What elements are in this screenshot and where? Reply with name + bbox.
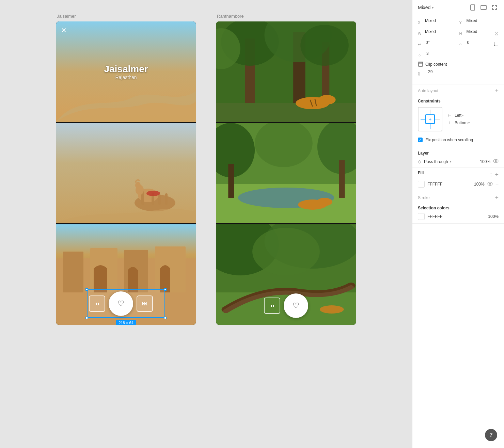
help-button[interactable]: ? [485,429,497,441]
fill-opacity[interactable]: 100% [474,182,485,187]
x-input[interactable]: Mixed [423,18,457,27]
opacity-input[interactable]: 100% [474,159,490,164]
panel-header: Mixed ▾ [412,0,504,15]
y-cell: Y Mixed [459,18,499,27]
jaisalmer-title: Jaisalmer [104,64,148,75]
svg-point-46 [320,305,344,314]
constraints-label: Constraints [418,99,499,103]
constraint-box: + [418,107,442,131]
ranthambore-card[interactable]: ✕ Ranthambore Rajasthan [216,21,356,325]
constraints-widget: + ⊢ Left ▾ ⊥ Bottom ▾ [418,107,499,131]
blend-mode-select[interactable]: Pass through ▾ [424,159,471,164]
eye-icon[interactable] [493,159,499,164]
rotate-input[interactable]: 0° [424,40,457,49]
clip-content-label: Clip content [425,62,447,67]
jaisalmer-bottom-section: ⏮ ♡ ⏭ 218 × 64 [56,224,196,325]
constraint-top-handle [430,110,430,114]
svg-rect-10 [63,252,83,292]
ranthambore-top-section: ✕ Ranthambore Rajasthan [216,21,356,122]
v-constraint-icon: ⊥ [448,121,451,125]
selection-colors-header: Selection colors [418,206,499,210]
selection-color-hex[interactable]: FFFFFF [427,214,485,219]
handle-tr[interactable] [164,288,167,291]
svg-point-28 [318,95,336,105]
selection-colors-section: Selection colors FFFFFF 100% [412,203,504,224]
corner-mode-icon[interactable] [493,42,499,47]
fix-scroll-row: ✓ Fix position when scrolling [418,135,499,144]
collapse-icon[interactable] [490,3,499,12]
v-constraint-select[interactable]: Bottom ▾ [455,121,470,125]
auto-layout-label: Auto layout [418,89,438,93]
jaisalmer-controls-wrapper: ⏮ ♡ ⏭ 218 × 64 [87,289,165,318]
w-input[interactable]: Mixed [423,29,457,38]
wh-row: W Mixed H Mixed ⧖ [418,29,499,38]
constraints-section: Constraints + ⊢ Left [412,96,504,148]
fill-minus-btn[interactable]: − [495,181,499,187]
ranthambore-heart-button[interactable]: ♡ [284,293,308,318]
svg-rect-48 [481,5,486,10]
ranthambore-controls[interactable]: ⏮ ♡ [264,293,308,318]
xy-row: X Mixed Y Mixed [418,18,499,27]
count-row: ⁘ 3 [418,51,499,60]
selection-color-swatch[interactable] [418,213,425,220]
auto-layout-section-header: Auto layout + [412,84,504,96]
jaisalmer-card[interactable]: ✕ Jaisalmer Rajasthan [56,21,196,325]
stroke-add-btn[interactable]: + [495,195,499,201]
x-label: X [418,20,422,25]
h-constraint-value: Left [455,113,461,118]
fix-scroll-checkbox[interactable]: ✓ [418,138,423,142]
jaisalmer-subtitle: Rajasthan [115,75,137,80]
layer-label: Layer [418,151,499,156]
fill-eye-icon[interactable] [487,182,493,187]
jaisalmer-controls[interactable]: ⏮ ♡ ⏭ [87,289,165,318]
layer-row: ◇ Pass through ▾ 100% [418,159,499,164]
h-label: H [459,31,463,35]
spacing-input[interactable]: 29 [426,69,499,78]
size-badge: 218 × 64 [116,320,136,325]
jaisalmer-top-section: ✕ Jaisalmer Rajasthan [56,21,196,122]
blend-mode-icon: ◇ [418,159,421,164]
fill-hex[interactable]: FFFFFF [427,182,471,187]
stroke-label: Stroke [418,195,430,200]
x-cell: X Mixed [418,18,457,27]
svg-rect-49 [419,62,423,66]
portrait-icon[interactable] [469,3,477,12]
ranthambore-prev-button[interactable]: ⏮ [264,298,280,314]
selection-color-opacity[interactable]: 100% [488,214,499,219]
clip-row: Clip content [418,62,499,67]
count-input[interactable]: 3 [424,51,499,60]
prev-button[interactable]: ⏮ [89,295,105,312]
svg-rect-38 [339,160,345,198]
y-input[interactable]: Mixed [464,18,499,27]
h-input[interactable]: Mixed [464,29,493,38]
selection-colors-label: Selection colors [418,206,450,210]
landscape-icon[interactable] [479,3,488,12]
clip-icon[interactable] [418,62,423,67]
stroke-section-header: Stroke + [412,191,504,203]
constraint-selects: ⊢ Left ▾ ⊥ Bottom ▾ [448,113,470,125]
svg-point-7 [135,182,141,189]
constraint-plus-icon: + [429,116,431,122]
svg-point-54 [489,183,491,185]
jaisalmer-close-icon[interactable]: ✕ [61,26,67,34]
header-chevron-icon[interactable]: ▾ [432,5,434,10]
svg-point-44 [252,228,320,275]
auto-layout-add-btn[interactable]: + [495,88,499,94]
handle-bl[interactable] [85,317,88,319]
corner-input[interactable]: 0 [465,40,492,49]
next-button[interactable]: ⏭ [137,295,153,312]
right-panel: Mixed ▾ X Mixed Y Mixe [412,0,504,448]
handle-tl[interactable] [85,288,88,291]
h-constraint-row: ⊢ Left ▾ [448,113,470,118]
heart-button[interactable]: ♡ [109,291,133,316]
fill-color-swatch[interactable] [418,181,425,188]
fill-add-btn[interactable]: + [495,172,499,178]
fill-label: Fill [418,171,424,175]
corner-label-icon: ○ [459,42,464,47]
handle-br[interactable] [164,317,167,319]
link-icon[interactable]: ⧖ [495,30,499,36]
fill-dots-icon[interactable]: :: [490,172,492,177]
h-constraint-select[interactable]: Left ▾ [455,113,464,118]
blend-mode-value: Pass through [424,159,448,164]
constraint-inner: + [425,114,435,124]
